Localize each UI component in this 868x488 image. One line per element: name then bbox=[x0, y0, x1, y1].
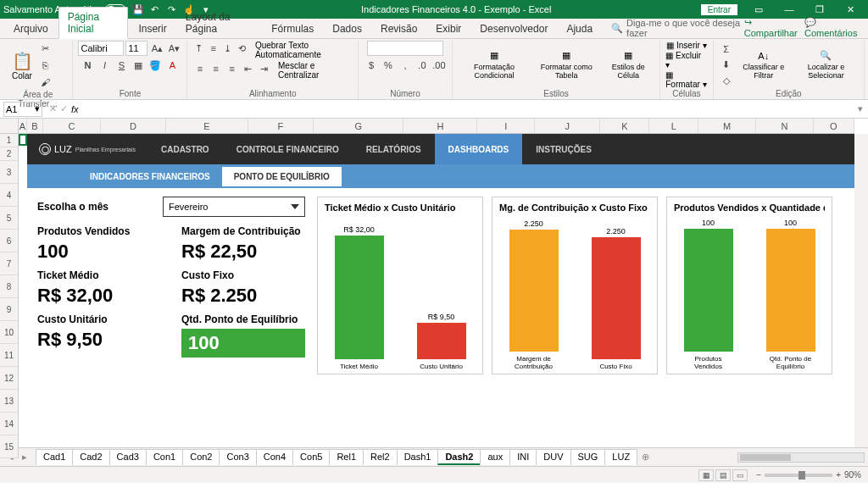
sheet-tab[interactable]: Cad3 bbox=[109, 449, 147, 465]
increase-decimal-icon[interactable]: .0 bbox=[415, 58, 430, 73]
decrease-font-icon[interactable]: A▾ bbox=[166, 41, 181, 56]
clear-icon[interactable]: ◇ bbox=[719, 74, 734, 89]
column-header[interactable]: O bbox=[814, 119, 854, 133]
font-color-icon[interactable]: A bbox=[164, 58, 180, 73]
column-header[interactable]: E bbox=[166, 119, 248, 133]
new-sheet-button[interactable]: ⊕ bbox=[637, 452, 654, 463]
signin-button[interactable]: Entrar bbox=[701, 4, 737, 15]
zoom-in-button[interactable]: + bbox=[836, 470, 841, 480]
column-header[interactable]: C bbox=[43, 119, 101, 133]
font-size-input[interactable] bbox=[125, 41, 147, 56]
row-header[interactable]: 5 bbox=[0, 207, 18, 230]
column-header[interactable]: F bbox=[248, 119, 314, 133]
number-format-select[interactable] bbox=[367, 41, 443, 56]
enter-formula-icon[interactable]: ✓ bbox=[60, 103, 68, 114]
align-bottom-icon[interactable]: ⤓ bbox=[221, 41, 234, 56]
ribbon-tab-desenvolvedor[interactable]: Desenvolvedor bbox=[471, 19, 556, 38]
sheet-tab[interactable]: Con4 bbox=[256, 449, 293, 465]
fx-icon[interactable]: fx bbox=[71, 104, 79, 114]
conditional-format-icon[interactable]: ▦ bbox=[490, 50, 498, 61]
sheet-tab[interactable]: Con5 bbox=[292, 449, 330, 465]
column-header[interactable]: I bbox=[477, 119, 535, 133]
ribbon-tab-revisão[interactable]: Revisão bbox=[372, 19, 426, 38]
ribbon-tab-fórmulas[interactable]: Fórmulas bbox=[263, 19, 322, 38]
zoom-level[interactable]: 90% bbox=[844, 470, 861, 480]
border-icon[interactable]: ▦ bbox=[131, 58, 146, 73]
orientation-icon[interactable]: ⟲ bbox=[236, 41, 248, 56]
sheet-tab[interactable]: Dash1 bbox=[397, 449, 439, 465]
row-header[interactable]: 11 bbox=[0, 344, 18, 367]
copy-icon[interactable]: ⎘ bbox=[37, 58, 53, 73]
row-header[interactable]: 12 bbox=[0, 367, 18, 390]
horizontal-scrollbar[interactable] bbox=[654, 452, 868, 463]
undo-icon[interactable]: ↶ bbox=[149, 3, 161, 15]
sheet-tab[interactable]: Rel2 bbox=[363, 449, 398, 465]
month-select[interactable]: Fevereiro bbox=[163, 197, 305, 217]
format-cells-button[interactable]: ▦ Formatar ▾ bbox=[665, 70, 707, 89]
nav-dashboards[interactable]: DASHBOARDS bbox=[435, 134, 523, 164]
align-middle-icon[interactable]: ≡ bbox=[207, 41, 220, 56]
row-header[interactable]: 13 bbox=[0, 390, 18, 413]
indent-inc-icon[interactable]: ⇥ bbox=[257, 61, 271, 76]
column-header[interactable]: D bbox=[101, 119, 166, 133]
row-header[interactable]: 1 bbox=[0, 134, 18, 147]
sheet-tab[interactable]: LUZ bbox=[604, 449, 637, 465]
sheet-tab[interactable]: Cad2 bbox=[72, 449, 109, 465]
row-header[interactable]: 8 bbox=[0, 275, 18, 298]
sheet-tab[interactable]: DUV bbox=[536, 449, 570, 465]
autosave-toggle[interactable] bbox=[105, 4, 125, 14]
merge-button[interactable]: Mesclar e Centralizar bbox=[278, 61, 353, 80]
row-header[interactable]: 9 bbox=[0, 298, 18, 321]
zoom-slider[interactable] bbox=[765, 474, 832, 477]
column-header[interactable]: B bbox=[27, 119, 43, 133]
currency-icon[interactable]: $ bbox=[364, 58, 379, 73]
sheet-nav-next-icon[interactable]: ▸ bbox=[19, 452, 31, 463]
format-painter-icon[interactable]: 🖌 bbox=[37, 75, 53, 90]
sort-filter-icon[interactable]: A↓ bbox=[758, 51, 769, 61]
close-icon[interactable]: ✕ bbox=[836, 0, 865, 19]
sheet-tab[interactable]: aux bbox=[480, 449, 510, 465]
select-all-corner[interactable] bbox=[0, 119, 19, 134]
cancel-formula-icon[interactable]: ✕ bbox=[49, 103, 57, 114]
ribbon-tab-inserir[interactable]: Inserir bbox=[130, 19, 175, 38]
ribbon-tab-arquivo[interactable]: Arquivo bbox=[5, 19, 57, 38]
sheet-tab[interactable]: Con2 bbox=[182, 449, 220, 465]
sheet-tab[interactable]: Con1 bbox=[146, 449, 183, 465]
row-header[interactable]: 6 bbox=[0, 230, 18, 252]
nav-controle-financeiro[interactable]: CONTROLE FINANCEIRO bbox=[223, 134, 353, 164]
minimize-icon[interactable]: — bbox=[775, 0, 804, 19]
indent-dec-icon[interactable]: ⇤ bbox=[241, 61, 255, 76]
redo-icon[interactable]: ↷ bbox=[166, 3, 178, 15]
column-header[interactable]: N bbox=[756, 119, 814, 133]
cell-styles-icon[interactable]: ▦ bbox=[624, 50, 632, 61]
sheet-tab[interactable]: Dash2 bbox=[437, 449, 481, 465]
align-center-icon[interactable]: ≡ bbox=[209, 61, 223, 76]
column-header[interactable]: G bbox=[314, 119, 403, 133]
subnav-item[interactable]: PONTO DE EQUILÍBRIO bbox=[222, 167, 342, 186]
expand-formula-icon[interactable]: ▾ bbox=[858, 103, 863, 114]
align-left-icon[interactable]: ≡ bbox=[192, 61, 207, 76]
row-header[interactable]: 10 bbox=[0, 321, 18, 344]
autosum-icon[interactable]: Σ bbox=[719, 42, 734, 57]
column-header[interactable]: H bbox=[403, 119, 477, 133]
ribbon-tab-ajuda[interactable]: Ajuda bbox=[558, 19, 601, 38]
percent-icon[interactable]: % bbox=[381, 58, 396, 73]
column-header[interactable]: J bbox=[535, 119, 600, 133]
underline-button[interactable]: S bbox=[114, 58, 129, 73]
comments-button[interactable]: 💬 Comentários bbox=[804, 17, 861, 38]
row-header[interactable]: 2 bbox=[0, 147, 18, 161]
column-header[interactable]: A bbox=[19, 119, 27, 133]
find-select-icon[interactable]: 🔍 bbox=[820, 50, 832, 61]
name-box[interactable]: A1 ▾ bbox=[3, 102, 42, 117]
cut-icon[interactable]: ✂ bbox=[37, 41, 53, 56]
ribbon-tab-exibir[interactable]: Exibir bbox=[427, 19, 470, 38]
sheet-tab[interactable]: Cad1 bbox=[36, 449, 73, 465]
column-header[interactable]: K bbox=[600, 119, 649, 133]
maximize-icon[interactable]: ❐ bbox=[805, 0, 834, 19]
tellme-input[interactable]: Diga-me o que você deseja fazer bbox=[626, 18, 741, 38]
sheet-tab[interactable]: Con3 bbox=[219, 449, 256, 465]
active-cell[interactable] bbox=[19, 134, 27, 146]
row-header[interactable]: 14 bbox=[0, 413, 18, 435]
ribbon-tab-dados[interactable]: Dados bbox=[324, 19, 370, 38]
sheet-tab[interactable]: SUG bbox=[570, 449, 606, 465]
